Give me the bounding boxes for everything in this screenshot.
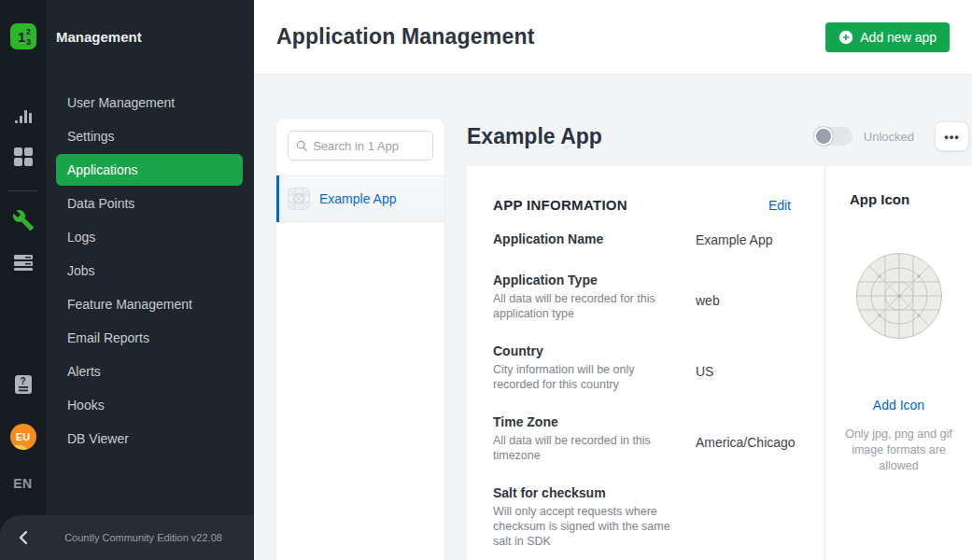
add-new-app-button[interactable]: Add new app [825,22,950,52]
field-country: Country City information will be only re… [493,343,791,392]
search-box[interactable] [288,131,433,161]
sidebar-item-user-management[interactable]: User Management [56,87,243,119]
detail-app-title: Example App [467,124,602,149]
edit-link[interactable]: Edit [768,198,791,213]
servers-icon [12,251,35,273]
wrench-icon [12,209,35,231]
lock-state-label: Unlocked [864,130,914,144]
svg-text:3: 3 [26,37,31,47]
sidebar-item-db-viewer[interactable]: DB Viewer [56,423,243,455]
app-list-card: Example App [276,119,444,560]
help-icon: ? [12,373,35,396]
language-selector[interactable]: EN [0,476,46,491]
dashboards-nav[interactable] [0,146,46,168]
sidebar-item-alerts[interactable]: Alerts [56,356,243,387]
section-title: APP INFORMATION [493,197,627,213]
sidebar-item-logs[interactable]: Logs [56,221,243,253]
field-left: Application Name [493,231,696,250]
field-value: America/Chicago [696,414,796,463]
app-list-item-example-app[interactable]: Example App [276,175,444,222]
management-nav[interactable] [0,209,46,231]
svg-text:2: 2 [26,27,31,36]
field-value: Example App [696,231,773,250]
toggle-knob [814,127,833,146]
field-description: Will only accept requests where checksum… [493,504,679,549]
field-application-type: Application Type All data will be record… [493,273,791,321]
sidebar-item-data-points[interactable]: Data Points [56,188,243,219]
app-information-header: APP INFORMATION Edit [493,197,791,213]
field-left: Application Type All data will be record… [493,273,696,321]
sidebar-item-feature-management[interactable]: Feature Management [56,288,243,320]
field-description: All data will be recorded for this appli… [493,291,679,321]
collapse-sidebar-button[interactable] [0,530,46,545]
field-description: City information will be only recorded f… [493,362,679,392]
app-search [276,119,444,161]
analytics-nav[interactable] [0,105,46,127]
app-icon-title: App Icon [850,191,972,207]
search-input[interactable] [313,139,425,153]
search-icon [296,139,307,152]
countly-logo-icon: 1 2 3 [10,23,36,49]
user-menu[interactable]: EU [0,424,46,450]
lock-toggle[interactable] [815,127,852,146]
app-icon-placeholder [855,252,943,340]
sidebar-rail: 1 2 3 [0,0,46,560]
bar-chart-icon [12,105,35,127]
app-placeholder-icon [288,188,310,210]
field-left: Time Zone All data will be recorded in t… [493,414,696,463]
field-application-name: Application Name Example App [493,231,791,250]
sidebar-menu-panel: Management User Management Settings Appl… [46,0,254,560]
sidebar-item-settings[interactable]: Settings [56,120,243,152]
language-label: EN [13,476,32,491]
add-new-app-label: Add new app [860,30,937,45]
field-label: Application Type [493,273,679,287]
svg-text:1: 1 [18,29,25,45]
field-left: Country City information will be only re… [493,343,696,392]
field-value: web [696,273,720,321]
chevron-left-icon [17,530,30,545]
field-value: US [696,343,713,392]
countly-logo[interactable]: 1 2 3 [0,23,46,49]
app-icon-panel: App Icon Add Icon Only jpg, png and gif … [825,166,972,560]
page-title: Application Management [276,24,535,49]
sidebar-item-jobs[interactable]: Jobs [56,255,243,287]
plus-circle-icon [838,30,853,45]
icon-format-hint: Only jpg, png and gif image formats are … [839,427,959,474]
grid-icon [12,146,35,168]
help-center-nav[interactable]: ? [0,373,46,396]
page-header: Application Management Add new app [254,0,972,75]
field-salt-for-checksum: Salt for checksum Will only accept reque… [493,485,791,549]
svg-text:?: ? [20,376,25,386]
add-icon-link[interactable]: Add Icon [825,398,972,413]
field-label: Country [493,343,679,358]
field-time-zone: Time Zone All data will be recorded in t… [493,414,791,463]
app-information-panel: APP INFORMATION Edit Application Name Ex… [467,166,825,560]
avatar-initials: EU [16,431,30,442]
app-name: Example App [319,191,397,206]
field-label: Application Name [493,231,679,246]
sidebar-item-applications[interactable]: Applications [56,154,243,186]
sidebar-footer: Countly Community Edition v22.08 [0,515,254,560]
data-manager-nav[interactable] [0,251,46,273]
field-label: Time Zone [493,414,679,429]
selected-indicator [276,175,279,222]
version-label: Countly Community Edition v22.08 [46,532,254,543]
more-options-button[interactable]: ••• [935,121,969,151]
sidebar-item-hooks[interactable]: Hooks [56,389,243,421]
detail-header: Example App Unlocked ••• [467,119,972,153]
more-icon: ••• [944,130,960,144]
sidebar-section-title: Management [56,29,142,45]
rail-divider [7,190,37,191]
field-left: Salt for checksum Will only accept reque… [493,485,696,549]
sidebar-item-email-reports[interactable]: Email Reports [56,322,243,354]
sidebar-menu: User Management Settings Applications Da… [46,87,254,456]
avatar: EU [10,424,36,450]
field-label: Salt for checksum [493,485,679,500]
field-description: All data will be recorded in this timezo… [493,433,679,463]
